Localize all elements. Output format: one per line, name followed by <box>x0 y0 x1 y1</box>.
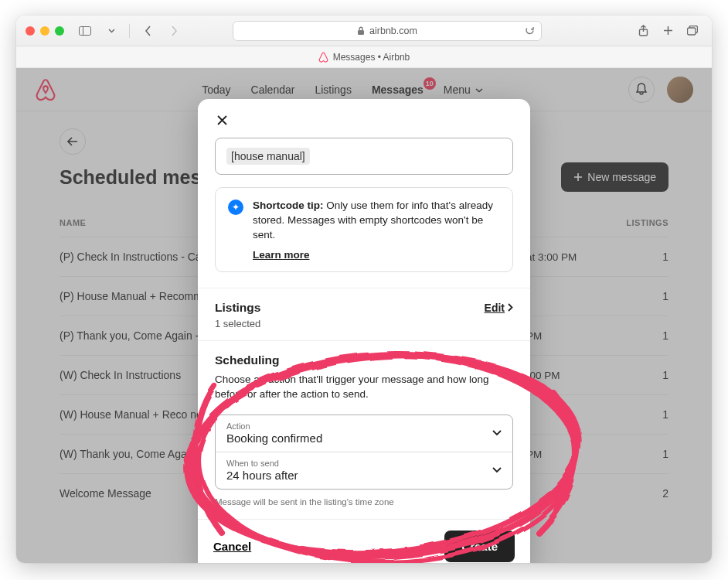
chevron-down-icon[interactable] <box>101 22 121 40</box>
share-icon[interactable] <box>633 22 653 40</box>
svg-rect-2 <box>358 30 364 35</box>
svg-rect-5 <box>688 28 696 35</box>
shortcode-chip: [house manual] <box>226 148 310 165</box>
browser-toolbar: airbnb.com <box>16 15 712 46</box>
action-label: Action <box>226 421 502 431</box>
traffic-lights[interactable] <box>26 26 64 36</box>
when-value: 24 hours after <box>226 469 502 482</box>
url-host: airbnb.com <box>369 26 417 36</box>
scheduling-fields: Action Booking confirmed When to send 24… <box>215 415 513 490</box>
lock-icon <box>357 26 365 36</box>
learn-more-link[interactable]: Learn more <box>253 249 500 261</box>
listings-heading: Listings <box>215 301 260 315</box>
close-icon <box>217 115 227 125</box>
forward-icon <box>164 22 184 40</box>
create-message-modal: [house manual] ✦ Shortcode tip: Only use… <box>198 99 530 563</box>
lightbulb-icon: ✦ <box>228 200 243 215</box>
cancel-button[interactable]: Cancel <box>213 540 251 553</box>
browser-window: airbnb.com Messages • Airbnb <box>16 15 712 563</box>
listings-selected: 1 selected <box>215 318 513 329</box>
message-textbox[interactable]: [house manual] <box>215 138 513 175</box>
close-button[interactable] <box>212 110 232 130</box>
tab-title-text: Messages • Airbnb <box>333 52 410 63</box>
shortcode-tip: ✦ Shortcode tip: Only use them for info … <box>215 187 513 272</box>
modal-footer: Cancel Create <box>198 519 530 563</box>
when-label: When to send <box>226 459 502 468</box>
reload-icon[interactable] <box>525 26 535 36</box>
page: Today Calendar Listings Messages 10 Menu <box>16 68 712 563</box>
url-bar[interactable]: airbnb.com <box>233 21 542 41</box>
timezone-helper: Message will be sent in the listing's ti… <box>215 497 513 507</box>
maximize-window-icon[interactable] <box>55 26 64 36</box>
scheduling-description: Choose an action that'll trigger your me… <box>215 372 513 402</box>
tabs-icon[interactable] <box>682 22 702 40</box>
chevron-right-icon <box>508 303 513 312</box>
scheduling-section: Scheduling Choose an action that'll trig… <box>198 340 530 507</box>
chevron-down-icon <box>492 467 502 473</box>
action-select[interactable]: Action Booking confirmed <box>216 415 512 452</box>
new-tab-icon[interactable] <box>658 22 678 40</box>
back-icon[interactable] <box>138 22 158 40</box>
create-button[interactable]: Create <box>444 531 515 562</box>
when-select[interactable]: When to send 24 hours after <box>216 452 512 489</box>
listings-section: Listings Edit 1 selected <box>198 288 530 329</box>
tab-title-bar: Messages • Airbnb <box>16 46 712 68</box>
close-window-icon[interactable] <box>26 26 35 36</box>
action-value: Booking confirmed <box>226 432 502 445</box>
sidebar-toggle-icon[interactable] <box>75 22 95 40</box>
svg-rect-0 <box>80 26 91 35</box>
edit-listings-button[interactable]: Edit <box>485 302 513 314</box>
scheduling-heading: Scheduling <box>215 353 280 367</box>
tip-text: Shortcode tip: Only use them for info th… <box>253 199 500 243</box>
airbnb-favicon-icon <box>318 52 328 63</box>
minimize-window-icon[interactable] <box>40 26 49 36</box>
chevron-down-icon <box>492 430 502 436</box>
